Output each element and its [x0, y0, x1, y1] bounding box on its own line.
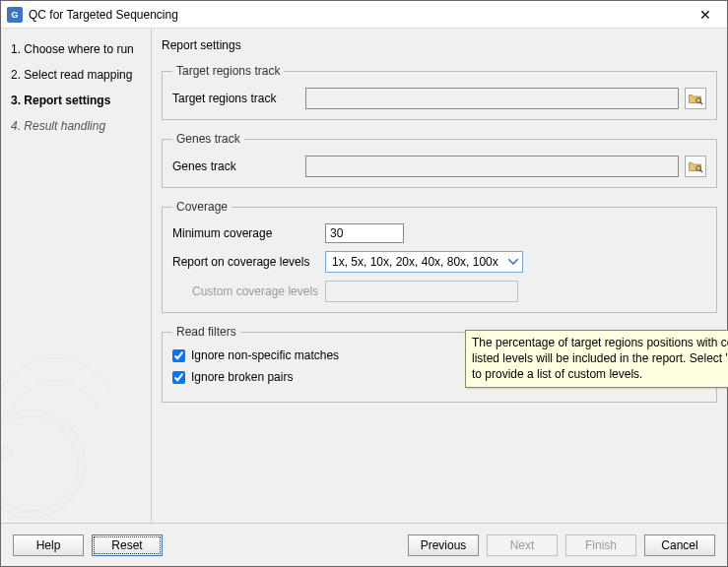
coverage-levels-label: Report on coverage levels	[172, 255, 325, 269]
group-target-regions: Target regions track Target regions trac…	[162, 64, 717, 120]
target-track-label: Target regions track	[172, 92, 305, 105]
dialog-footer: Help Reset Previous Next Finish Cancel	[1, 523, 727, 566]
titlebar: G QC for Targeted Sequencing ✕	[1, 1, 727, 29]
folder-search-icon	[688, 91, 703, 106]
dialog-body: 1. Choose where to run 2. Select read ma…	[1, 29, 727, 523]
min-coverage-input[interactable]	[325, 223, 404, 243]
svg-point-0	[1, 410, 85, 518]
group-genes-track: Genes track Genes track	[162, 132, 717, 188]
reset-button[interactable]: Reset	[92, 535, 163, 556]
main-panel: Report settings Target regions track Tar…	[152, 29, 727, 523]
wizard-step-1[interactable]: 1. Choose where to run	[5, 36, 147, 62]
watermark-graphic: 011010 0110	[1, 286, 152, 523]
chevron-down-icon	[504, 252, 522, 272]
ignore-nonspecific-checkbox[interactable]	[172, 349, 185, 362]
help-button[interactable]: Help	[13, 535, 84, 556]
group-legend: Target regions track	[172, 64, 284, 78]
group-legend: Coverage	[172, 200, 232, 214]
min-coverage-label: Minimum coverage	[172, 226, 325, 240]
step-number: 4.	[11, 119, 21, 133]
step-label: Choose where to run	[24, 42, 133, 56]
step-label: Result handling	[24, 119, 105, 133]
custom-levels-input	[325, 281, 518, 302]
coverage-levels-combo[interactable]: 1x, 5x, 10x, 20x, 40x, 80x, 100x	[325, 251, 523, 273]
checkbox-label: Ignore broken pairs	[191, 370, 293, 384]
folder-search-icon	[688, 158, 703, 174]
genes-track-input[interactable]	[305, 156, 679, 177]
group-coverage: Coverage Minimum coverage Report on cove…	[162, 200, 717, 313]
custom-levels-label: Custom coverage levels	[172, 284, 325, 298]
finish-button: Finish	[565, 535, 636, 556]
svg-line-5	[700, 102, 702, 104]
coverage-levels-tooltip: The percentage of target regions positio…	[465, 330, 728, 388]
svg-text:0110: 0110	[1, 443, 16, 480]
step-number: 1.	[11, 42, 21, 56]
close-icon: ✕	[699, 7, 711, 23]
window-title: QC for Targeted Sequencing	[29, 8, 684, 22]
cancel-button[interactable]: Cancel	[644, 535, 715, 556]
step-number: 2.	[11, 68, 21, 82]
genes-track-label: Genes track	[172, 159, 305, 173]
target-track-input[interactable]	[305, 88, 679, 109]
checkbox-label: Ignore non-specific matches	[191, 348, 339, 362]
wizard-step-4[interactable]: 4. Result handling	[5, 113, 147, 139]
group-legend: Genes track	[172, 132, 244, 146]
wizard-sidebar: 1. Choose where to run 2. Select read ma…	[1, 29, 152, 523]
svg-line-7	[700, 170, 702, 172]
previous-button[interactable]: Previous	[408, 535, 479, 556]
step-label: Report settings	[24, 94, 110, 107]
dialog-window: G QC for Targeted Sequencing ✕ 1. Choose…	[0, 0, 728, 567]
page-title: Report settings	[162, 38, 717, 52]
wizard-step-3[interactable]: 3. Report settings	[5, 88, 147, 113]
ignore-broken-pairs-checkbox[interactable]	[172, 371, 185, 384]
combo-value: 1x, 5x, 10x, 20x, 40x, 80x, 100x	[326, 255, 504, 269]
step-number: 3.	[11, 94, 21, 107]
next-button: Next	[487, 535, 558, 556]
close-button[interactable]: ✕	[684, 1, 727, 29]
svg-point-1	[1, 416, 78, 511]
browse-genes-button[interactable]	[685, 156, 706, 177]
wizard-step-2[interactable]: 2. Select read mapping	[5, 62, 147, 88]
browse-target-button[interactable]	[685, 88, 706, 109]
step-label: Select read mapping	[24, 68, 132, 82]
group-legend: Read filters	[172, 325, 240, 339]
app-icon: G	[7, 7, 23, 23]
